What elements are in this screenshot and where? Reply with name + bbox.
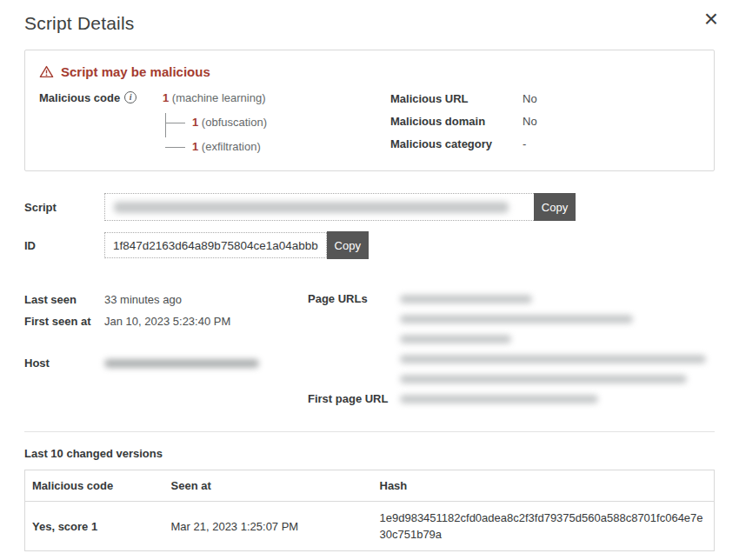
- meta-section: Last seen 33 minutes ago First seen at J…: [24, 289, 718, 409]
- meta-left-column: Last seen 33 minutes ago First seen at J…: [24, 289, 308, 409]
- first-seen-row: First seen at Jan 10, 2023 5:23:40 PM: [24, 310, 308, 332]
- malicious-warning-panel: Script may be malicious Malicious code i…: [24, 50, 715, 171]
- script-value-box: Copy: [104, 193, 576, 221]
- first-seen-label: First seen at: [24, 310, 104, 332]
- version-hash: 1e9d983451182cfd0adea8c2f3fd79375d560a58…: [373, 502, 715, 551]
- malicious-code-block: Malicious code i 1 (machine learning) 1 …: [39, 90, 390, 155]
- malicious-code-label-row: Malicious code i: [39, 90, 163, 155]
- version-malicious-code: Yes, score 1: [25, 502, 164, 551]
- tree-root-label: (machine learning): [172, 91, 266, 104]
- malicious-url-label: Malicious URL: [390, 91, 523, 106]
- script-field-row: Script Copy: [24, 193, 718, 221]
- redacted-first-page-url: [400, 389, 718, 409]
- warning-title-row: Script may be malicious: [39, 64, 700, 79]
- warning-title: Script may be malicious: [61, 64, 210, 79]
- info-icon[interactable]: i: [124, 91, 136, 103]
- host-label: Host: [24, 352, 104, 374]
- malicious-code-label: Malicious code: [39, 90, 120, 106]
- page-urls-label: Page URLs: [308, 289, 400, 389]
- first-page-url-block: First page URL: [308, 389, 718, 409]
- versions-heading: Last 10 changed versions: [24, 447, 718, 460]
- tree-children: 1 (obfuscation) 1 (exfiltration): [165, 115, 267, 155]
- malicious-flags-block: Malicious URL No Malicious domain No Mal…: [390, 90, 700, 155]
- script-copy-button[interactable]: Copy: [534, 193, 576, 221]
- tree-child-score: 1: [192, 140, 198, 153]
- table-row: Yes, score 1 Mar 21, 2023 1:25:07 PM 1e9…: [25, 502, 715, 551]
- script-details-modal: Script Details × Script may be malicious…: [0, 0, 739, 560]
- id-label: ID: [24, 239, 104, 252]
- malicious-category-value: -: [523, 137, 526, 151]
- id-value-box: 1f847d2163d64a89b75804ce1a04abbb Copy: [104, 232, 369, 258]
- page-title: Script Details: [21, 13, 718, 34]
- last-seen-value: 33 minutes ago: [104, 289, 182, 310]
- redacted-script-value: [105, 194, 534, 220]
- column-malicious-code: Malicious code: [25, 470, 164, 502]
- malicious-domain-value: No: [523, 114, 537, 129]
- tree-root: 1 (machine learning): [163, 90, 267, 106]
- malicious-url-value: No: [523, 91, 537, 106]
- versions-table: Malicious code Seen at Hash Yes, score 1…: [24, 470, 715, 551]
- malicious-domain-row: Malicious domain No: [390, 114, 700, 129]
- id-value: 1f847d2163d64a89b75804ce1a04abbb: [104, 232, 327, 258]
- tree-child-score: 1: [192, 116, 198, 129]
- first-page-url-label: First page URL: [308, 389, 400, 409]
- version-seen-at: Mar 21, 2023 1:25:07 PM: [164, 502, 373, 551]
- malicious-category-row: Malicious category -: [390, 137, 700, 151]
- id-copy-button[interactable]: Copy: [327, 231, 369, 259]
- tree-child-exfiltration: 1 (exfiltration): [192, 139, 267, 155]
- tree-child-label: (obfuscation): [202, 116, 267, 129]
- last-seen-label: Last seen: [24, 289, 104, 310]
- meta-right-column: Page URLs First page URL: [308, 289, 718, 409]
- script-label: Script: [24, 201, 104, 214]
- modal-header: Script Details ×: [21, 0, 718, 34]
- close-button[interactable]: ×: [699, 2, 723, 37]
- tree-root-score: 1: [163, 91, 169, 104]
- malicious-url-row: Malicious URL No: [390, 91, 700, 106]
- column-hash: Hash: [373, 470, 715, 502]
- first-seen-value: Jan 10, 2023 5:23:40 PM: [104, 310, 230, 332]
- redacted-host-value: [104, 352, 259, 374]
- redacted-page-urls: [400, 289, 718, 389]
- page-urls-block: Page URLs: [308, 289, 718, 389]
- section-divider: [24, 431, 715, 432]
- warning-icon: [39, 65, 54, 78]
- close-icon: ×: [704, 5, 718, 32]
- malicious-category-label: Malicious category: [390, 137, 523, 151]
- versions-header-row: Malicious code Seen at Hash: [25, 470, 715, 502]
- last-seen-row: Last seen 33 minutes ago: [24, 289, 308, 310]
- tree-child-label: (exfiltration): [202, 140, 261, 153]
- malicious-code-tree: 1 (machine learning) 1 (obfuscation) 1 (…: [163, 90, 267, 155]
- column-seen-at: Seen at: [164, 470, 373, 502]
- host-row: Host: [24, 352, 308, 374]
- warning-content: Malicious code i 1 (machine learning) 1 …: [39, 90, 700, 155]
- id-field-row: ID 1f847d2163d64a89b75804ce1a04abbb Copy: [24, 232, 718, 258]
- malicious-domain-label: Malicious domain: [390, 114, 523, 129]
- tree-child-obfuscation: 1 (obfuscation): [192, 115, 267, 130]
